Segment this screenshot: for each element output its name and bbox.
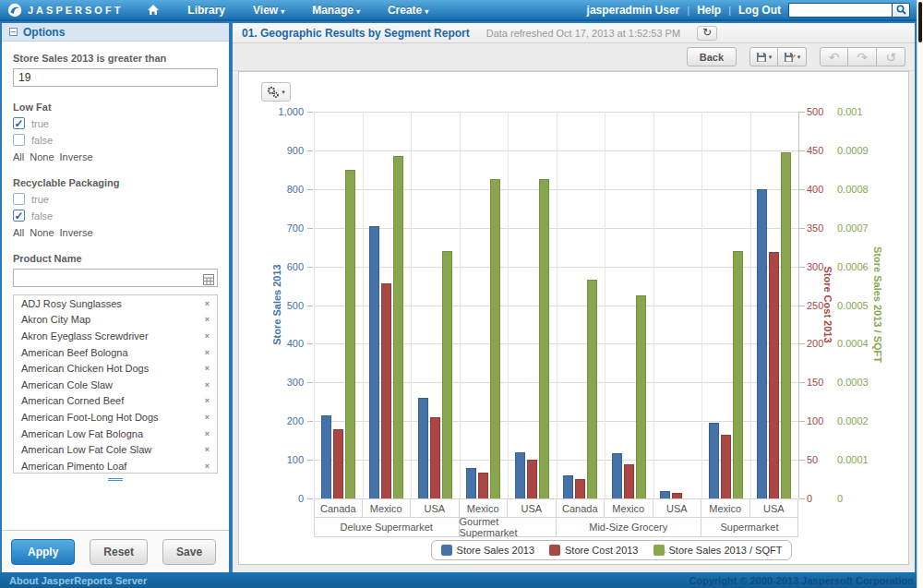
remove-item-icon[interactable]: × [205, 315, 210, 324]
tick-mark [307, 460, 313, 461]
bar-store-sales-2013 [563, 475, 573, 498]
low-fat-option-true[interactable]: ✓true [13, 117, 218, 129]
bar-store-sales-2013-sqft [733, 251, 743, 498]
legend-item[interactable]: Store Sales 2013 [441, 545, 534, 556]
right1-tick: 100 [807, 415, 840, 426]
recyclable-checkbox-true[interactable] [13, 193, 25, 205]
tick-mark [799, 267, 805, 268]
low-fat-link-none[interactable]: None [30, 151, 54, 162]
undo-icon: ↶ [829, 51, 840, 64]
nav-separator: | [687, 5, 689, 16]
product-list-item[interactable]: American Low Fat Bologna× [14, 426, 217, 442]
chart-options-button[interactable]: ▾ [261, 82, 291, 102]
recyclable-option-true[interactable]: true [13, 193, 218, 205]
checkbox-label: false [31, 210, 53, 222]
menu-item-create[interactable]: Create▾ [388, 4, 428, 17]
remove-item-icon[interactable]: × [205, 396, 210, 405]
tick-mark [307, 498, 313, 499]
save-as-button[interactable]: ▾ [778, 47, 807, 66]
home-button[interactable] [147, 4, 160, 16]
recyclable-option-false[interactable]: ✓false [13, 210, 218, 222]
recyclable-checkbox-false[interactable]: ✓ [13, 210, 25, 222]
segment-label: Deluxe Supermarket [314, 518, 460, 537]
reset-button[interactable]: Reset [90, 539, 148, 565]
report-area: 01. Geographic Results by Segment Report… [233, 23, 915, 572]
tick-mark [307, 421, 313, 422]
product-list-item[interactable]: American Beef Bologna× [14, 344, 217, 361]
remove-item-icon[interactable]: × [205, 445, 210, 454]
chevron-down-icon: ▾ [797, 54, 801, 61]
list-resize-handle[interactable] [108, 478, 123, 481]
bar-store-cost-2013 [430, 417, 440, 498]
country-label: USA [653, 498, 702, 518]
product-list-item[interactable]: ADJ Rosy Sunglasses× [14, 295, 217, 312]
low-fat-option-false[interactable]: false [13, 134, 218, 146]
product-list-item[interactable]: American Corned Beef× [14, 393, 217, 410]
product-list-item[interactable]: American Foot-Long Hot Dogs× [14, 409, 217, 426]
search-input[interactable] [788, 3, 892, 18]
save-button[interactable]: Save [162, 539, 216, 565]
search-icon [896, 5, 906, 15]
remove-item-icon[interactable]: × [205, 429, 210, 438]
country-label: Canada [557, 498, 605, 518]
sales-filter-input[interactable] [13, 68, 218, 87]
back-button[interactable]: Back [687, 47, 737, 66]
refresh-button[interactable]: ↻ [697, 26, 717, 41]
undo-button[interactable]: ↶ [820, 47, 848, 66]
product-list-item[interactable]: American Low Fat Cole Slaw× [14, 441, 217, 458]
product-name: American Chicken Hot Dogs [21, 363, 149, 374]
low-fat-links: AllNoneInverse [13, 151, 218, 162]
low-fat-checkbox-true[interactable]: ✓ [13, 117, 25, 129]
nav-right-group: jasperadmin User | Help | Log Out [587, 3, 923, 18]
remove-item-icon[interactable]: × [205, 331, 210, 341]
remove-item-icon[interactable]: × [205, 299, 210, 308]
jaspersoft-logo: JASPERSOFT [7, 3, 123, 18]
product-picker-icon[interactable] [203, 272, 214, 289]
product-list-item[interactable]: Akron City Map× [14, 312, 217, 329]
product-list-item[interactable]: American Chicken Hot Dogs× [14, 360, 217, 377]
recyclable-link-none[interactable]: None [30, 227, 54, 238]
about-link[interactable]: About JasperReports Server [9, 575, 147, 586]
low-fat-checkbox-false[interactable] [13, 134, 25, 146]
remove-item-icon[interactable]: × [205, 380, 210, 390]
low-fat-link-inverse[interactable]: Inverse [60, 151, 93, 162]
logged-in-user: jasperadmin User [587, 4, 680, 17]
page-scrollbar[interactable] [917, 0, 923, 588]
product-name: American Low Fat Bologna [21, 428, 143, 439]
legend-item[interactable]: Store Sales 2013 / SQFT [653, 545, 783, 556]
low-fat-link-all[interactable]: All [13, 151, 24, 162]
remove-item-icon[interactable]: × [205, 364, 210, 373]
scrollbar-thumb[interactable] [918, 2, 922, 42]
tick-mark [799, 228, 805, 229]
menu-item-manage[interactable]: Manage▾ [312, 4, 360, 17]
bar-store-cost-2013 [527, 460, 537, 498]
help-link[interactable]: Help [697, 4, 721, 17]
legend-swatch [653, 545, 665, 556]
redo-button[interactable]: ↷ [848, 47, 877, 66]
apply-button[interactable]: Apply [11, 539, 75, 565]
save-report-button[interactable]: ▾ [749, 47, 778, 66]
product-search-input[interactable] [13, 269, 218, 287]
tick-mark [799, 306, 805, 306]
options-panel-header[interactable]: Options [2, 23, 229, 42]
product-list-item[interactable]: American Pimento Loaf× [14, 458, 217, 474]
undo-all-button[interactable]: ↺ [877, 47, 905, 66]
recyclable-links: AllNoneInverse [13, 227, 218, 238]
menu-item-label: Create [388, 4, 422, 17]
country-label: USA [508, 498, 557, 518]
remove-item-icon[interactable]: × [205, 462, 210, 471]
collapse-panel-icon[interactable] [9, 28, 18, 36]
recyclable-link-all[interactable]: All [13, 227, 24, 238]
remove-item-icon[interactable]: × [205, 413, 210, 422]
product-list-item[interactable]: Akron Eyeglass Screwdriver× [14, 328, 217, 344]
product-list-item[interactable]: American Cole Slaw× [14, 377, 217, 393]
menu-item-library[interactable]: Library [187, 4, 225, 17]
remove-item-icon[interactable]: × [205, 348, 210, 357]
menu-item-view[interactable]: View▾ [253, 4, 284, 17]
legend-item[interactable]: Store Cost 2013 [549, 545, 639, 556]
bar-store-sales-2013 [660, 491, 670, 498]
recyclable-link-inverse[interactable]: Inverse [60, 227, 93, 238]
bar-store-cost-2013 [721, 435, 731, 498]
logout-link[interactable]: Log Out [738, 4, 781, 17]
search-button[interactable] [892, 3, 910, 18]
